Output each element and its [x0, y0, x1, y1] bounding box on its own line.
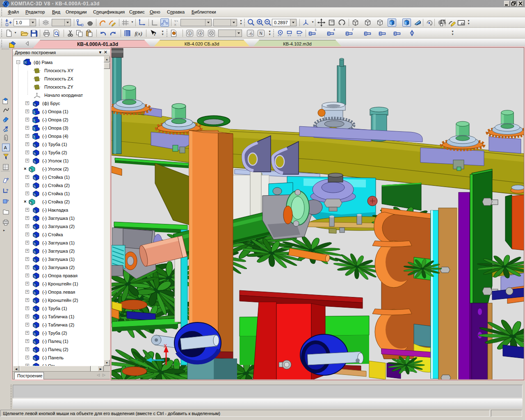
svg-text:N: N — [260, 31, 262, 36]
svg-text:X: X — [174, 23, 177, 27]
svg-text:X: X — [164, 343, 167, 349]
svg-text:A: A — [4, 145, 7, 150]
svg-text:1: 1 — [189, 32, 191, 35]
svg-text:?: ? — [6, 199, 9, 203]
svg-text:f(x): f(x) — [135, 30, 142, 37]
svg-text:Z: Z — [135, 358, 138, 364]
svg-text:?: ? — [6, 177, 9, 181]
svg-text:D: D — [251, 32, 253, 36]
svg-text:?: ? — [153, 31, 156, 37]
svg-text:?: ? — [6, 188, 9, 192]
svg-text:Y+: Y+ — [174, 19, 178, 23]
svg-text:4: 4 — [200, 32, 202, 35]
